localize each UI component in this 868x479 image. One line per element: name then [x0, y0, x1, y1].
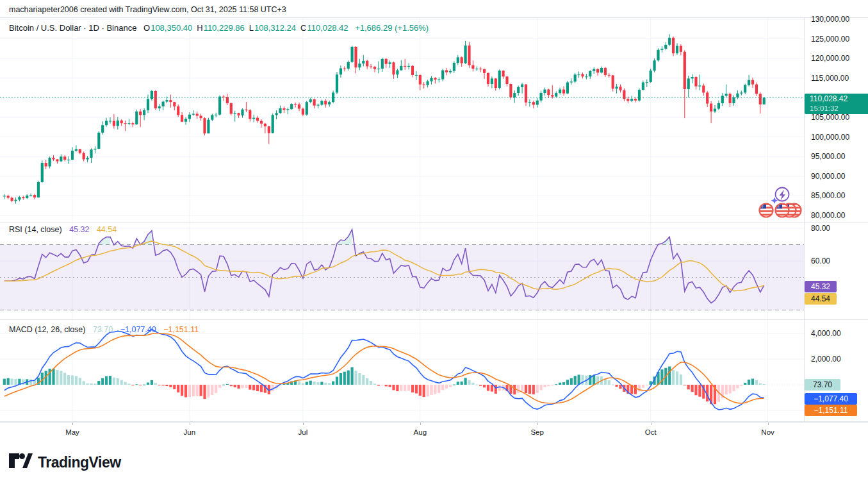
candle[interactable]	[181, 112, 183, 122]
candle[interactable]	[328, 101, 331, 107]
candle[interactable]	[343, 66, 346, 71]
macd-legend-title[interactable]: MACD (12, 26, close)	[9, 325, 85, 334]
candle[interactable]	[419, 74, 422, 90]
candle[interactable]	[362, 55, 364, 67]
candle[interactable]	[392, 62, 395, 79]
candle[interactable]	[407, 63, 410, 70]
candle[interactable]	[483, 69, 486, 79]
candle[interactable]	[256, 116, 259, 123]
candle[interactable]	[751, 78, 754, 88]
candle[interactable]	[495, 78, 497, 91]
candle[interactable]	[139, 109, 142, 127]
candle[interactable]	[623, 88, 625, 101]
candle[interactable]	[347, 60, 350, 71]
rsi-ma-value-badge[interactable]: 44.54	[805, 293, 837, 305]
candle[interactable]	[320, 99, 323, 106]
candle[interactable]	[135, 110, 138, 125]
candle[interactable]	[249, 109, 251, 122]
candle[interactable]	[680, 44, 682, 55]
candle[interactable]	[124, 121, 127, 131]
candle[interactable]	[177, 105, 179, 117]
candle[interactable]	[600, 66, 603, 73]
candle[interactable]	[684, 50, 686, 118]
candle[interactable]	[593, 67, 595, 74]
candle[interactable]	[298, 103, 300, 111]
candle[interactable]	[608, 73, 610, 78]
candle[interactable]	[306, 101, 308, 115]
candle[interactable]	[324, 99, 327, 107]
candle[interactable]	[351, 46, 354, 63]
candle[interactable]	[37, 181, 40, 198]
candle[interactable]	[302, 108, 304, 116]
candle[interactable]	[196, 112, 199, 119]
candle[interactable]	[714, 105, 716, 113]
candlestick-series[interactable]	[3, 34, 766, 203]
chart-canvas[interactable]	[0, 0, 868, 479]
candle[interactable]	[373, 66, 376, 72]
candle[interactable]	[290, 103, 293, 110]
macd-hist-badge[interactable]: 73.70	[805, 379, 840, 391]
candle[interactable]	[430, 76, 432, 85]
candle[interactable]	[275, 110, 278, 119]
candle[interactable]	[389, 60, 391, 68]
candle[interactable]	[721, 93, 724, 106]
candle[interactable]	[3, 194, 6, 199]
candle[interactable]	[461, 56, 463, 67]
candle[interactable]	[41, 160, 44, 183]
candle[interactable]	[203, 117, 206, 135]
candle[interactable]	[400, 60, 402, 71]
candle[interactable]	[710, 101, 712, 123]
candle[interactable]	[211, 113, 213, 121]
candle[interactable]	[668, 34, 671, 46]
candle[interactable]	[487, 72, 489, 87]
candle[interactable]	[502, 71, 505, 79]
rsi-value-badge[interactable]: 45.32	[805, 281, 837, 292]
candle[interactable]	[453, 61, 455, 72]
candle[interactable]	[354, 46, 357, 73]
candle[interactable]	[230, 103, 233, 115]
candle[interactable]	[566, 81, 569, 94]
candle[interactable]	[528, 99, 531, 107]
candle[interactable]	[200, 113, 202, 121]
candle[interactable]	[547, 88, 550, 98]
candle[interactable]	[117, 117, 119, 130]
candle[interactable]	[517, 85, 520, 96]
candle[interactable]	[581, 72, 584, 78]
candle[interactable]	[551, 85, 553, 99]
candle[interactable]	[358, 59, 361, 71]
candle[interactable]	[441, 69, 444, 81]
candle[interactable]	[717, 101, 720, 110]
candle[interactable]	[562, 87, 565, 96]
candle[interactable]	[67, 156, 70, 164]
candle[interactable]	[14, 197, 17, 204]
candle[interactable]	[687, 76, 690, 97]
candle[interactable]	[479, 67, 482, 72]
candle[interactable]	[763, 97, 766, 105]
candle[interactable]	[241, 108, 243, 118]
candle[interactable]	[33, 194, 36, 199]
candle[interactable]	[415, 71, 418, 80]
candle[interactable]	[646, 80, 648, 87]
last-price-badge[interactable]: 110,028.42 15:01:32	[805, 94, 868, 114]
candle[interactable]	[702, 83, 705, 96]
candle[interactable]	[131, 122, 134, 128]
candle[interactable]	[63, 155, 66, 162]
candle[interactable]	[169, 95, 172, 108]
candle[interactable]	[215, 113, 217, 117]
candle[interactable]	[56, 159, 58, 164]
candle[interactable]	[316, 104, 319, 108]
candle[interactable]	[151, 90, 153, 101]
candle[interactable]	[252, 115, 255, 122]
candle[interactable]	[616, 84, 618, 94]
candle[interactable]	[559, 87, 561, 94]
candle[interactable]	[94, 146, 96, 153]
candle[interactable]	[630, 96, 633, 102]
candle[interactable]	[207, 118, 209, 133]
candle[interactable]	[113, 114, 115, 129]
candle[interactable]	[309, 97, 312, 103]
candle[interactable]	[366, 60, 368, 69]
candle[interactable]	[7, 195, 10, 199]
candle[interactable]	[532, 101, 535, 108]
candle[interactable]	[423, 82, 425, 88]
candle[interactable]	[173, 102, 176, 110]
